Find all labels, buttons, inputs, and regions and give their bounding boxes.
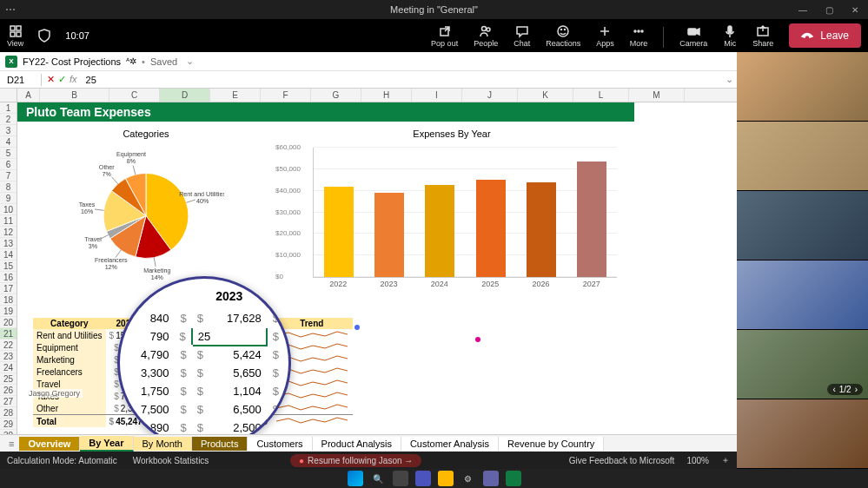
row-header[interactable]: 7: [0, 170, 17, 181]
row-header[interactable]: 6: [0, 159, 17, 170]
video-tile[interactable]: [737, 399, 868, 469]
zoom-in-icon[interactable]: ＋: [721, 454, 730, 466]
column-header[interactable]: H: [361, 89, 412, 102]
resume-following-button[interactable]: ●Resume following Jason →: [290, 454, 421, 467]
sheet-tab[interactable]: By Year: [80, 436, 133, 452]
view-button[interactable]: View: [7, 24, 23, 48]
row-header[interactable]: 20: [0, 317, 17, 328]
shield-button[interactable]: [37, 29, 51, 43]
search-icon[interactable]: 🔍: [370, 471, 386, 486]
row-headers[interactable]: 1234567891011121314151617181920212223242…: [0, 102, 17, 434]
excel-filename[interactable]: FY22- Cost Projections: [23, 56, 121, 67]
teams-taskbar-icon[interactable]: [415, 471, 431, 486]
workbook-stats-label[interactable]: Workbook Statistics: [133, 456, 209, 465]
worksheet-grid[interactable]: Pluto Team Expenses Categories Rent and …: [17, 102, 737, 434]
column-headers[interactable]: ABCDEFGHIJKLM: [0, 89, 737, 102]
people-button[interactable]: People: [474, 24, 498, 48]
reactions-button[interactable]: Reactions: [546, 24, 580, 48]
formula-input[interactable]: 25: [83, 75, 720, 85]
row-header[interactable]: 23: [0, 351, 17, 362]
cancel-edit-icon[interactable]: ✕: [47, 74, 55, 85]
column-header[interactable]: I: [412, 89, 462, 102]
row-header[interactable]: 1: [0, 102, 17, 114]
mic-button[interactable]: Mic: [723, 24, 737, 48]
windows-taskbar[interactable]: 🔍 ⚙: [0, 469, 868, 488]
chevron-left-icon[interactable]: ‹: [832, 385, 835, 394]
teams-chat-icon[interactable]: [483, 471, 499, 486]
video-tile[interactable]: ‹ 1/2 ›: [737, 330, 868, 399]
sheet-tab[interactable]: Overview: [19, 437, 80, 451]
video-tile[interactable]: [737, 260, 868, 330]
maximize-button[interactable]: ▢: [816, 0, 842, 19]
row-header[interactable]: 13: [0, 238, 17, 249]
row-header[interactable]: 27: [0, 396, 17, 407]
sheet-tab[interactable]: Products: [192, 437, 248, 451]
formula-expand-icon[interactable]: ⌄: [726, 74, 733, 85]
row-header[interactable]: 2: [0, 114, 17, 125]
bar-chart[interactable]: Expenses By Year $0$10,000$20,000$30,000…: [269, 129, 634, 302]
ribbon-chevron-icon[interactable]: ⌄: [186, 56, 194, 67]
sheet-tab[interactable]: Customer Analysis: [401, 437, 499, 451]
row-header[interactable]: 28: [0, 407, 17, 419]
column-header[interactable]: E: [210, 89, 261, 102]
explorer-taskbar-icon[interactable]: [438, 471, 454, 486]
name-box[interactable]: D21: [3, 74, 42, 86]
row-header[interactable]: 25: [0, 373, 17, 385]
video-tile[interactable]: [737, 191, 868, 260]
sheet-tab[interactable]: Customers: [248, 437, 312, 451]
row-header[interactable]: 15: [0, 260, 17, 272]
task-view-icon[interactable]: [393, 471, 408, 486]
share-button[interactable]: Share: [752, 24, 773, 48]
column-header[interactable]: D: [160, 89, 210, 102]
column-header[interactable]: F: [261, 89, 311, 102]
row-header[interactable]: 10: [0, 204, 17, 215]
column-header[interactable]: M: [629, 89, 685, 102]
column-header[interactable]: J: [462, 89, 518, 102]
sheet-tab[interactable]: Product Analysis: [313, 437, 401, 451]
chevron-right-icon[interactable]: ›: [855, 385, 858, 394]
row-header[interactable]: 30: [0, 430, 17, 434]
column-header[interactable]: B: [40, 89, 109, 102]
row-header[interactable]: 12: [0, 227, 17, 238]
row-header[interactable]: 18: [0, 294, 17, 306]
row-header[interactable]: 14: [0, 249, 17, 260]
apps-button[interactable]: Apps: [596, 24, 614, 48]
column-header[interactable]: C: [109, 89, 160, 102]
pie-chart[interactable]: Categories Rent and Utilities40%Marketin…: [33, 129, 259, 302]
row-header[interactable]: 3: [0, 125, 17, 136]
row-header[interactable]: 24: [0, 362, 17, 373]
row-header[interactable]: 8: [0, 181, 17, 193]
row-header[interactable]: 22: [0, 340, 17, 351]
settings-taskbar-icon[interactable]: ⚙: [461, 471, 476, 486]
feedback-link[interactable]: Give Feedback to Microsoft: [569, 456, 675, 465]
column-header[interactable]: A: [17, 89, 40, 102]
app-menu-dots[interactable]: ⋯: [5, 3, 17, 16]
column-header[interactable]: K: [518, 89, 573, 102]
more-button[interactable]: More: [630, 24, 648, 48]
close-button[interactable]: ✕: [842, 0, 868, 19]
row-header[interactable]: 16: [0, 272, 17, 283]
popout-button[interactable]: Pop out: [431, 24, 458, 48]
row-header[interactable]: 29: [0, 419, 17, 430]
calc-mode-label[interactable]: Calculation Mode: Automatic: [7, 456, 117, 465]
video-pager[interactable]: ‹ 1/2 ›: [827, 384, 863, 395]
video-tile[interactable]: [737, 52, 868, 122]
row-header[interactable]: 17: [0, 283, 17, 294]
minimize-button[interactable]: —: [790, 0, 816, 19]
excel-taskbar-icon[interactable]: [506, 471, 521, 486]
video-tile[interactable]: [737, 122, 868, 191]
fx-icon[interactable]: fx: [70, 74, 77, 85]
zoom-level[interactable]: 100%: [686, 456, 709, 465]
row-header[interactable]: 19: [0, 306, 17, 317]
row-header[interactable]: 5: [0, 148, 17, 159]
row-header[interactable]: 11: [0, 215, 17, 227]
chat-button[interactable]: Chat: [514, 24, 530, 48]
row-header[interactable]: 26: [0, 385, 17, 396]
column-header[interactable]: L: [573, 89, 629, 102]
row-header[interactable]: 9: [0, 193, 17, 204]
row-header[interactable]: 4: [0, 136, 17, 148]
start-button[interactable]: [348, 471, 363, 486]
camera-button[interactable]: Camera: [679, 24, 707, 48]
sheet-tab[interactable]: Revenue by Country: [499, 437, 604, 451]
active-cell-editing[interactable]: 25: [192, 327, 267, 346]
